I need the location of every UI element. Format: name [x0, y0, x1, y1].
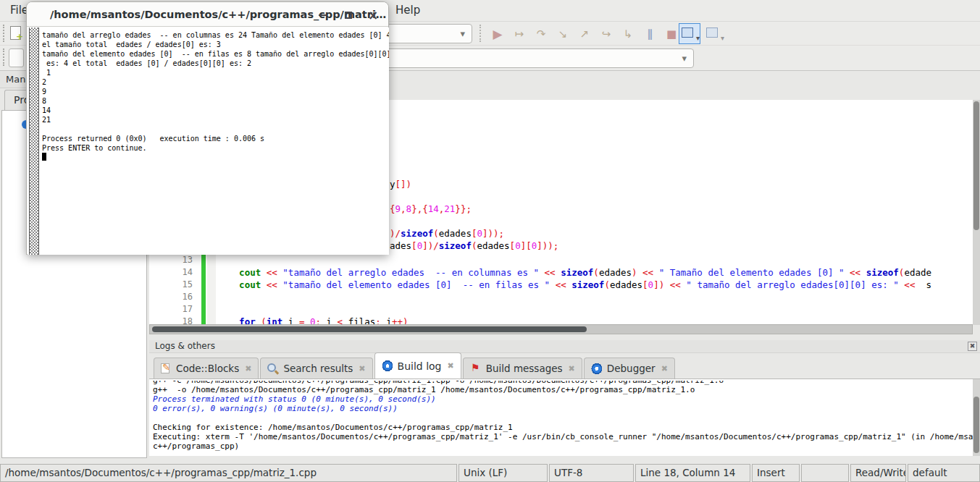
- log-line: 0 error(s), 0 warning(s) (0 minute(s), 0…: [153, 404, 973, 413]
- close-icon[interactable]: ✖: [447, 361, 453, 371]
- log-line-text: g++ -c /home/msantos/Documentos/c++/prog…: [153, 381, 973, 385]
- minimize-button[interactable]: [316, 9, 329, 22]
- window-icon: [682, 28, 693, 38]
- status-cursor-position: Line 18, Column 14: [635, 464, 750, 482]
- gear-blue-icon: [382, 360, 393, 371]
- flag-icon: [470, 363, 482, 374]
- log-line: c++/programas_cpp): [153, 441, 973, 451]
- xterm-scrollbar[interactable]: [29, 28, 39, 255]
- scrollbar-thumb[interactable]: [973, 397, 979, 453]
- tab-search-results[interactable]: Search results✖: [260, 358, 372, 379]
- console-line: 9: [42, 87, 389, 96]
- search-icon: [267, 363, 279, 374]
- log-line: [153, 413, 973, 423]
- window-icon: [706, 28, 718, 38]
- debugging-windows-button[interactable]: ▾: [679, 24, 700, 43]
- close-icon[interactable]: ✖: [968, 342, 977, 351]
- line-number: 13: [155, 254, 193, 266]
- code-line: y[]): [390, 178, 411, 190]
- run-to-cursor-button[interactable]: ↦: [508, 24, 530, 43]
- console-output[interactable]: tamaño del arreglo edades -- en columnas…: [28, 28, 389, 255]
- status-highlight-mode: default: [908, 464, 980, 482]
- tab-label: Code::Blocks: [176, 363, 239, 374]
- console-line: Press ENTER to continue.: [42, 143, 389, 153]
- debug-run-button[interactable]: ▶: [487, 24, 508, 43]
- next-instruction-button[interactable]: ↪: [595, 24, 617, 43]
- change-bar: [201, 291, 206, 303]
- log-line: Process terminated with status 0 (0 minu…: [153, 394, 973, 404]
- line-number: 14: [155, 266, 193, 279]
- close-icon[interactable]: ✖: [661, 364, 668, 373]
- step-out-button[interactable]: ↗: [574, 24, 595, 43]
- line-number: 15: [155, 279, 193, 291]
- status-file-path: /home/msantos/Documentos/c++/programas_c…: [0, 464, 457, 482]
- tab-build-log[interactable]: Build log✖: [374, 352, 461, 379]
- code-line: ades[0])/sizeof(edades[0][0]));: [390, 240, 558, 252]
- chevron-down-icon: ▾: [682, 53, 687, 64]
- console-line: Process returned 0 (0x0) execution time …: [42, 134, 389, 143]
- tab-build-messages[interactable]: Build messages✖: [463, 358, 582, 379]
- chevron-down-icon: ▾: [721, 34, 724, 42]
- logs-panel-title: Logs & others: [155, 341, 215, 351]
- step-into-instruction-button[interactable]: ↳: [617, 24, 639, 43]
- gear-blue-icon: [591, 363, 603, 374]
- scrollbar-thumb[interactable]: [973, 101, 979, 230]
- console-window[interactable]: /home/msantos/Documentos/c++/programas_c…: [26, 1, 389, 255]
- tab-debugger[interactable]: Debugger✖: [584, 358, 675, 379]
- tab-code-blocks[interactable]: Code::Blocks✖: [154, 358, 259, 379]
- toolbar-grip[interactable]: [3, 48, 6, 66]
- close-button[interactable]: ×: [367, 9, 380, 22]
- change-bar: [201, 303, 206, 316]
- debug-toolbar: ▶↦↷↘↗↪↳∥■: [487, 24, 682, 43]
- code-line: {9,8},{14,21}};: [390, 203, 472, 215]
- editor-vertical-scrollbar[interactable]: [973, 100, 980, 325]
- close-icon[interactable]: ✖: [245, 364, 251, 373]
- console-line: el tamaño total edades / edades[0] es: 3: [42, 40, 389, 49]
- logs-tab-bar: Code::Blocks✖Search results✖Build log✖Bu…: [149, 353, 980, 379]
- change-bar: [201, 279, 206, 291]
- logs-panel-header: Logs & others ✖: [149, 340, 980, 353]
- status-bar: /home/msantos/Documentos/c++/programas_c…: [0, 463, 980, 482]
- maximize-button[interactable]: [342, 9, 355, 22]
- status-readwrite: Read/Write: [850, 464, 906, 482]
- editor-horizontal-scrollbar[interactable]: [149, 324, 973, 334]
- log-line: g++ -c /home/msantos/Documentos/c++/prog…: [153, 381, 973, 385]
- change-bar: [201, 254, 206, 266]
- tab-label: Debugger: [607, 363, 656, 374]
- code-line: cout << "tamaño del arreglo edades -- en…: [217, 266, 931, 279]
- step-into-button[interactable]: ↘: [552, 24, 574, 43]
- console-line: 21: [42, 115, 389, 124]
- console-line: [42, 153, 389, 162]
- console-line: es: 4 el total edades [0] / edades[0][0]…: [42, 59, 389, 68]
- console-title-bar[interactable]: /home/msantos/Documentos/c++/programas_c…: [27, 2, 388, 27]
- various-info-button[interactable]: ▾: [704, 24, 724, 43]
- log-line: Checking for existence: /home/msantos/Do…: [153, 423, 973, 432]
- toolbar-grip[interactable]: [3, 25, 6, 42]
- menu-help[interactable]: Help: [395, 4, 420, 17]
- close-icon[interactable]: ✖: [359, 364, 365, 373]
- code-line: )/sizeof(edades[0]));: [390, 227, 504, 240]
- line-number: 17: [155, 303, 193, 316]
- new-file-button[interactable]: +: [10, 26, 21, 40]
- break-debugger-button[interactable]: ∥: [639, 24, 661, 43]
- console-line: 14: [42, 106, 389, 115]
- console-window-title: /home/msantos/Documentos/c++/programas_c…: [50, 9, 386, 20]
- console-line: 1: [42, 68, 389, 77]
- log-vertical-scrollbar[interactable]: [973, 379, 980, 456]
- console-line: [42, 124, 389, 134]
- next-line-button[interactable]: ↷: [530, 24, 552, 43]
- console-line: tamaño del elemento edades [0] -- en fil…: [42, 49, 389, 59]
- close-icon[interactable]: ✖: [569, 364, 575, 373]
- toolbar-button[interactable]: [9, 48, 24, 67]
- code-line: cout << "tamaño del elemento edades [0] …: [217, 279, 931, 291]
- build-log-output[interactable]: g++ -c /home/msantos/Documentos/c++/prog…: [149, 379, 973, 456]
- toolbar-separator: [479, 25, 482, 42]
- status-encoding: UTF-8: [549, 464, 634, 482]
- status-line-ending: Unix (LF): [458, 464, 548, 482]
- tab-label: Build log: [398, 360, 442, 372]
- console-text: tamaño del arreglo edades -- en columnas…: [42, 30, 389, 162]
- status-insert-mode: Insert: [752, 464, 800, 482]
- scrollbar-thumb[interactable]: [152, 326, 587, 332]
- tab-label: Search results: [283, 363, 353, 374]
- terminal-cursor: [42, 153, 46, 161]
